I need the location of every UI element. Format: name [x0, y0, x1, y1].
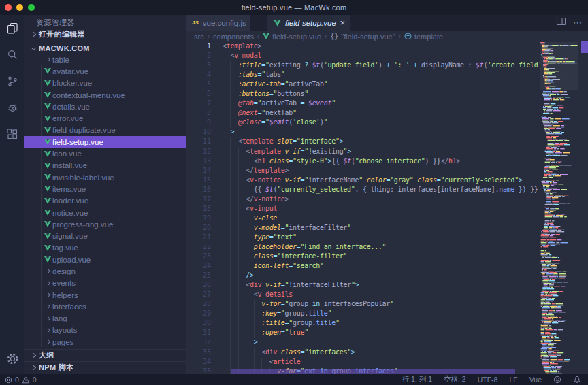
- notifications-bell-icon[interactable]: [573, 375, 581, 384]
- tree-item-field-duplicate-vue[interactable]: field-duplicate.vue: [24, 124, 186, 136]
- tree-item-notice-vue[interactable]: notice.vue: [24, 207, 186, 218]
- code-line-13[interactable]: 13 <h1 class="style-0">{{ $t("choose_int…: [186, 157, 540, 167]
- code-line-33[interactable]: 33 <div class="interfaces">: [186, 348, 540, 358]
- tree-item-design[interactable]: design: [24, 265, 186, 277]
- status-item-1[interactable]: 行 1, 列 1: [402, 375, 432, 384]
- tree-item-progress-ring-vue[interactable]: progress-ring.vue: [24, 218, 186, 230]
- tree-item-label: design: [52, 267, 76, 275]
- code-line-11[interactable]: 11 <template slot="interface">: [186, 137, 540, 147]
- extensions-icon[interactable]: [0, 121, 24, 148]
- breadcrumb-item-3[interactable]: field-setup.vue: [263, 33, 321, 41]
- code-line-4[interactable]: 4 :tabs="tabs": [186, 71, 540, 80]
- tree-item-layouts[interactable]: layouts: [24, 324, 186, 336]
- feedback-smiley-icon[interactable]: [553, 375, 561, 384]
- code-line-5[interactable]: 5 :active-tab="activeTab": [186, 80, 540, 90]
- vertical-scrollbar[interactable]: [581, 41, 588, 53]
- code-line-34[interactable]: 34 <article: [186, 358, 540, 367]
- status-item-2[interactable]: 空格: 2: [444, 375, 466, 384]
- tree-item-tag-vue[interactable]: tag.vue: [24, 242, 186, 254]
- problems-indicator[interactable]: 0 0: [5, 375, 37, 384]
- code-line-9[interactable]: 9 @close="$emit('close')": [186, 118, 540, 128]
- tree-item-blocker-vue[interactable]: blocker.vue: [24, 78, 186, 89]
- project-section[interactable]: MACWK.COM: [24, 42, 186, 54]
- tree-item-table[interactable]: table: [24, 54, 186, 65]
- breadcrumb-item-1[interactable]: src: [194, 33, 204, 41]
- code-line-24[interactable]: 24 icon-left="search": [186, 262, 540, 271]
- code-line-8[interactable]: 8 @next="nextTab": [186, 109, 540, 118]
- tree-item-upload-vue[interactable]: upload.vue: [24, 254, 186, 265]
- code-line-6[interactable]: 6 :buttons="buttons": [186, 90, 540, 99]
- tree-item-loader-vue[interactable]: loader.vue: [24, 195, 186, 207]
- breadcrumb-item-4[interactable]: {}"field-setup.vue": [330, 33, 395, 41]
- open-editors-section[interactable]: 打开的编辑器: [24, 28, 186, 40]
- close-window-button[interactable]: [5, 4, 12, 11]
- code-line-30[interactable]: 30 :title="group.title": [186, 319, 540, 329]
- tree-item-error-vue[interactable]: error.vue: [24, 112, 186, 124]
- tree-item-signal-vue[interactable]: signal.vue: [24, 230, 186, 241]
- tree-item-details-vue[interactable]: details.vue: [24, 101, 186, 112]
- tab-field-setup-vue[interactable]: field-setup.vue ×: [267, 15, 350, 31]
- code-line-20[interactable]: 20 v-model="interfaceFilter": [186, 224, 540, 233]
- minimize-window-button[interactable]: [16, 4, 23, 11]
- breadcrumb-item-2[interactable]: components: [213, 33, 254, 41]
- outline-section[interactable]: 大纲: [24, 349, 186, 361]
- code-line-23[interactable]: 23 class="interface-filter": [186, 252, 540, 262]
- code-line-16[interactable]: 16 {{ $t("currently_selected", { thing: …: [186, 186, 540, 195]
- open-editors-label: 打开的编辑器: [39, 29, 85, 39]
- code-line-18[interactable]: 18 <v-input: [186, 205, 540, 214]
- code-line-32[interactable]: 32 >: [186, 338, 540, 348]
- horizontal-scrollbar[interactable]: [231, 369, 515, 374]
- code-line-19[interactable]: 19 v-else: [186, 214, 540, 224]
- breadcrumb-item-5[interactable]: template: [404, 33, 443, 41]
- code-line-17[interactable]: 17 </v-notice>: [186, 195, 540, 205]
- explorer-icon[interactable]: [0, 15, 24, 41]
- breadcrumb-label: components: [213, 33, 254, 41]
- code-line-3[interactable]: 3 :title="existing ? $t('update_field') …: [186, 61, 540, 71]
- code-line-2[interactable]: 2 <v-modal: [186, 52, 540, 61]
- code-line-25[interactable]: 25 />: [186, 271, 540, 281]
- code-line-27[interactable]: 27 <v-details: [186, 290, 540, 300]
- source-control-icon[interactable]: [0, 68, 24, 95]
- tree-item-avatar-vue[interactable]: avatar.vue: [24, 65, 186, 77]
- tree-item-install-vue[interactable]: install.vue: [24, 160, 186, 171]
- more-actions-icon[interactable]: ⋯: [573, 20, 583, 27]
- code-line-28[interactable]: 28 v-for="group in interfacesPopular": [186, 300, 540, 309]
- debug-icon[interactable]: [0, 95, 24, 121]
- status-item-3[interactable]: UTF-8: [478, 375, 498, 384]
- chevron-right-icon: [43, 340, 52, 344]
- tree-item-helpers[interactable]: helpers: [24, 289, 186, 301]
- code-line-15[interactable]: 15 <v-notice v-if="interfaceName" color=…: [186, 176, 540, 186]
- code-line-12[interactable]: 12 <template v-if="!existing">: [186, 148, 540, 157]
- minimap-viewport[interactable]: [540, 42, 578, 90]
- tree-item-pages[interactable]: pages: [24, 336, 186, 348]
- tree-item-events[interactable]: events: [24, 278, 186, 289]
- tree-item-field-setup-vue[interactable]: field-setup.vue: [24, 136, 186, 148]
- code-line-22[interactable]: 22 placeholder="Find an interface...": [186, 243, 540, 252]
- code-line-26[interactable]: 26 <div v-if="!interfaceFilter">: [186, 281, 540, 290]
- settings-gear-icon[interactable]: [0, 346, 24, 372]
- code-line-31[interactable]: 31 :open="true": [186, 329, 540, 338]
- code-area[interactable]: 1<template>2 <v-modal3 :title="existing …: [186, 42, 540, 374]
- tree-item-interfaces[interactable]: interfaces: [24, 301, 186, 312]
- tree-item-icon-vue[interactable]: icon.vue: [24, 148, 186, 159]
- code-line-14[interactable]: 14 </template>: [186, 167, 540, 176]
- tree-item-lang[interactable]: lang: [24, 313, 186, 324]
- code-line-29[interactable]: 29 :key="group.title": [186, 309, 540, 319]
- code-line-21[interactable]: 21 type="text": [186, 233, 540, 243]
- code-line-10[interactable]: 10 >: [186, 128, 540, 137]
- code-line-1[interactable]: 1<template>: [186, 42, 540, 52]
- line-number: 14: [186, 167, 211, 174]
- search-icon[interactable]: [0, 41, 24, 68]
- maximize-window-button[interactable]: [28, 4, 35, 11]
- tab-vue-config-js[interactable]: JS vue.config.js: [186, 15, 250, 31]
- close-tab-icon[interactable]: ×: [340, 18, 345, 27]
- status-item-5[interactable]: Vue: [529, 375, 542, 384]
- tree-item-items-vue[interactable]: items.vue: [24, 183, 186, 195]
- status-item-4[interactable]: LF: [509, 375, 517, 384]
- npm-scripts-section[interactable]: NPM 脚本: [24, 361, 186, 373]
- tree-item-invisible-label-vue[interactable]: invisible-label.vue: [24, 171, 186, 183]
- minimap[interactable]: [540, 42, 578, 374]
- code-line-7[interactable]: 7 @tab="activeTab = $event": [186, 99, 540, 109]
- split-editor-icon[interactable]: [556, 16, 566, 29]
- tree-item-contextual-menu-vue[interactable]: contextual-menu.vue: [24, 89, 186, 101]
